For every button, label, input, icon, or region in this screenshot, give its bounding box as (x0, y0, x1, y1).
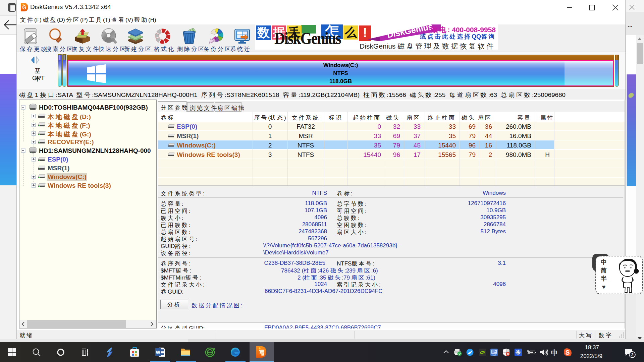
svg-text:G: G (22, 5, 26, 10)
svg-text:intel: intel (492, 354, 495, 356)
svg-text:W: W (156, 350, 160, 355)
svg-text:2: 2 (631, 352, 633, 357)
svg-text:S: S (566, 349, 570, 356)
